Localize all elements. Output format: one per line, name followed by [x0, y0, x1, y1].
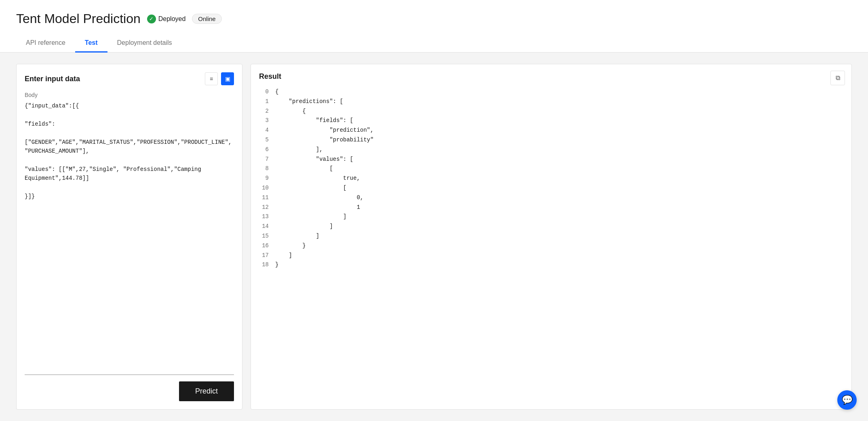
line-number: 2 — [259, 107, 269, 116]
line-number: 5 — [259, 135, 269, 145]
line-number: 9 — [259, 174, 269, 183]
line-number: 17 — [259, 251, 269, 261]
page-title: Tent Model Prediction — [16, 11, 141, 26]
input-panel: Enter input data ≡ ▣ Body {"input_data":… — [16, 64, 242, 410]
chat-button[interactable]: 💬 — [837, 390, 857, 410]
grid-view-btn[interactable]: ▣ — [221, 72, 234, 85]
line-number: 12 — [259, 203, 269, 213]
list-view-btn[interactable]: ≡ — [205, 72, 218, 85]
code-input[interactable]: {"input_data":[{ "fields": ["GENDER","AG… — [25, 101, 234, 371]
main-content: Enter input data ≡ ▣ Body {"input_data":… — [0, 53, 868, 421]
line-number: 13 — [259, 212, 269, 222]
line-numbers: 0 1 2 3 4 5 6 7 8 9 10 11 12 13 14 15 16… — [259, 87, 275, 270]
code-content: { "predictions": [ { "fields": [ "predic… — [275, 87, 843, 270]
textarea-wrapper: {"input_data":[{ "fields": ["GENDER","AG… — [25, 101, 234, 375]
line-number: 3 — [259, 116, 269, 126]
line-number: 8 — [259, 164, 269, 174]
line-number: 7 — [259, 155, 269, 164]
line-number: 4 — [259, 126, 269, 135]
view-toggle: ≡ ▣ — [205, 72, 234, 85]
line-number: 0 — [259, 87, 269, 97]
line-number: 1 — [259, 97, 269, 107]
line-number: 10 — [259, 183, 269, 193]
tab-api-reference[interactable]: API reference — [16, 34, 75, 53]
list-view-icon: ≡ — [210, 76, 213, 82]
online-badge: Online — [192, 14, 221, 24]
result-code-block: 0 1 2 3 4 5 6 7 8 9 10 11 12 13 14 15 16… — [259, 87, 843, 270]
line-number: 15 — [259, 232, 269, 241]
page-header: Tent Model Prediction ✓ Deployed Online — [0, 0, 868, 26]
input-panel-header: Enter input data ≡ ▣ — [25, 72, 234, 85]
copy-icon: ⧉ — [836, 74, 840, 82]
result-panel: Result ⧉ 0 1 2 3 4 5 6 7 8 9 10 11 12 13… — [251, 64, 852, 410]
tab-bar: API reference Test Deployment details — [0, 34, 868, 53]
line-number: 11 — [259, 193, 269, 203]
line-number: 14 — [259, 222, 269, 232]
line-number: 16 — [259, 241, 269, 251]
deployed-badge: ✓ Deployed — [147, 15, 186, 23]
copy-button[interactable]: ⧉ — [830, 71, 845, 85]
tab-test[interactable]: Test — [75, 34, 107, 53]
result-title: Result — [259, 72, 843, 81]
predict-button[interactable]: Predict — [179, 381, 234, 401]
input-panel-title: Enter input data — [25, 75, 80, 83]
line-number: 6 — [259, 145, 269, 155]
chat-icon: 💬 — [842, 395, 853, 405]
deployed-check-icon: ✓ — [147, 15, 156, 23]
grid-view-icon: ▣ — [225, 76, 230, 82]
deployed-label: Deployed — [158, 15, 186, 23]
tab-deployment-details[interactable]: Deployment details — [107, 34, 182, 53]
body-label: Body — [25, 92, 234, 98]
line-number: 18 — [259, 260, 269, 270]
